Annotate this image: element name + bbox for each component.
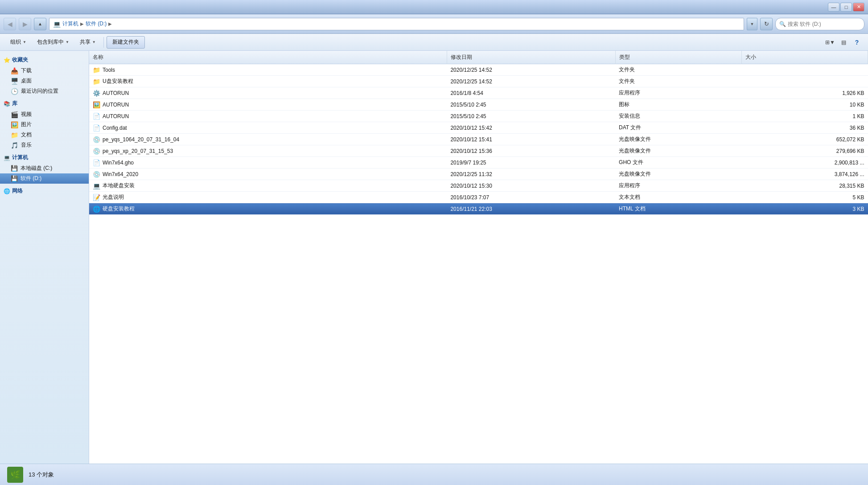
address-bar: ◀ ▶ ▲ 💻 计算机 ▶ 软件 (D:) ▶ ▼ ↻ 🔍 bbox=[0, 14, 868, 34]
sidebar-header-library[interactable]: 📚 库 bbox=[0, 98, 89, 109]
file-type-cell: 应用程序 bbox=[615, 180, 741, 192]
forward-button[interactable]: ▶ bbox=[19, 18, 31, 30]
table-row[interactable]: 📄Config.dat2020/10/12 15:42DAT 文件36 KB bbox=[89, 122, 868, 134]
sidebar-desktop-label: 桌面 bbox=[21, 77, 32, 85]
sidebar-item-video[interactable]: 🎬 视频 bbox=[0, 109, 89, 119]
file-size-cell: 2,900,813 ... bbox=[741, 157, 868, 169]
table-row[interactable]: 🖼️AUTORUN2015/5/10 2:45图标10 KB bbox=[89, 99, 868, 111]
sidebar-item-desktop[interactable]: 🖥️ 桌面 bbox=[0, 76, 89, 86]
sidebar-music-label: 音乐 bbox=[21, 141, 32, 149]
file-name: U盘安装教程 bbox=[103, 78, 133, 85]
sidebar-item-pictures[interactable]: 🖼️ 图片 bbox=[0, 119, 89, 130]
sidebar-header-network[interactable]: 🌐 网络 bbox=[0, 185, 89, 197]
organize-button[interactable]: 组织 ▼ bbox=[5, 36, 31, 49]
table-row[interactable]: 💿Win7x64_20202020/12/25 11:32光盘映像文件3,874… bbox=[89, 169, 868, 180]
file-type-cell: 安装信息 bbox=[615, 111, 741, 122]
table-row[interactable]: 💿pe_yqs_xp_20_07_31_15_532020/10/12 15:3… bbox=[89, 145, 868, 157]
sidebar-item-recent[interactable]: 🕒 最近访问的位置 bbox=[0, 86, 89, 96]
file-name-cell: 💿pe_yqs_1064_20_07_31_16_04 bbox=[89, 134, 447, 145]
close-button[interactable]: ✕ bbox=[853, 3, 864, 12]
file-name: Win7x64.gho bbox=[103, 160, 134, 166]
address-path: 💻 计算机 ▶ 软件 (D:) ▶ bbox=[49, 18, 744, 30]
file-size-cell: 3,874,126 ... bbox=[741, 169, 868, 180]
file-name-cell: ⚙️AUTORUN bbox=[89, 87, 447, 99]
up-button[interactable]: ▲ bbox=[34, 18, 46, 30]
new-folder-button[interactable]: 新建文件夹 bbox=[107, 36, 145, 49]
file-icon: 🖼️ bbox=[93, 101, 100, 108]
file-name: pe_yqs_xp_20_07_31_15_53 bbox=[103, 148, 173, 154]
file-type-cell: HTML 文档 bbox=[615, 203, 741, 215]
path-drive[interactable]: 软件 (D:) bbox=[86, 20, 107, 28]
sidebar-header-computer[interactable]: 💻 计算机 bbox=[0, 152, 89, 163]
table-row[interactable]: 💻本地硬盘安装2020/10/12 15:30应用程序28,315 KB bbox=[89, 180, 868, 192]
add-to-library-arrow: ▼ bbox=[66, 40, 69, 44]
sidebar-item-music[interactable]: 🎵 音乐 bbox=[0, 140, 89, 150]
table-row[interactable]: ⚙️AUTORUN2016/1/8 4:54应用程序1,926 KB bbox=[89, 87, 868, 99]
table-row[interactable]: 📁Tools2020/12/25 14:52文件夹 bbox=[89, 64, 868, 76]
back-button[interactable]: ◀ bbox=[4, 18, 16, 30]
file-icon: 🌐 bbox=[93, 206, 100, 213]
sidebar-section-computer: 💻 计算机 💾 本地磁盘 (C:) 💾 软件 (D:) bbox=[0, 152, 89, 184]
col-header-modified[interactable]: 修改日期 bbox=[447, 51, 615, 64]
content-area: 名称 修改日期 类型 大小 📁Tools2020/12/25 14:52文件夹📁… bbox=[89, 51, 868, 464]
file-date-cell: 2016/10/23 7:07 bbox=[447, 192, 615, 203]
file-date-cell: 2020/12/25 14:52 bbox=[447, 76, 615, 87]
address-dropdown-button[interactable]: ▼ bbox=[747, 18, 757, 30]
file-type-cell: 光盘映像文件 bbox=[615, 169, 741, 180]
refresh-button[interactable]: ↻ bbox=[760, 18, 773, 30]
file-icon: 📄 bbox=[93, 113, 100, 120]
toolbar-right: ⊞▼ ▤ ? bbox=[824, 37, 863, 48]
table-row[interactable]: 📁U盘安装教程2020/12/25 14:52文件夹 bbox=[89, 76, 868, 87]
network-label: 网络 bbox=[12, 187, 23, 195]
add-to-library-button[interactable]: 包含到库中 ▼ bbox=[32, 36, 74, 49]
table-row[interactable]: 📄Win7x64.gho2019/9/7 19:25GHO 文件2,900,81… bbox=[89, 157, 868, 169]
network-icon: 🌐 bbox=[4, 188, 10, 194]
col-header-size[interactable]: 大小 bbox=[741, 51, 868, 64]
status-bar: 🌿 13 个对象 bbox=[0, 464, 868, 485]
file-size-cell: 1,926 KB bbox=[741, 87, 868, 99]
file-name-cell: 📝光盘说明 bbox=[89, 192, 447, 203]
file-icon: 💿 bbox=[93, 171, 100, 178]
file-name-cell: 💿pe_yqs_xp_20_07_31_15_53 bbox=[89, 145, 447, 157]
help-button[interactable]: ? bbox=[851, 37, 863, 48]
share-button[interactable]: 共享 ▼ bbox=[75, 36, 101, 49]
view-options-button[interactable]: ⊞▼ bbox=[824, 37, 836, 48]
table-row[interactable]: 🌐硬盘安装教程2016/11/21 22:03HTML 文档3 KB bbox=[89, 203, 868, 215]
table-row[interactable]: 💿pe_yqs_1064_20_07_31_16_042020/10/12 15… bbox=[89, 134, 868, 145]
file-name-cell: 📄AUTORUN bbox=[89, 111, 447, 122]
col-header-name[interactable]: 名称 bbox=[89, 51, 447, 64]
file-icon: 💿 bbox=[93, 148, 100, 155]
sidebar-item-documents[interactable]: 📁 文档 bbox=[0, 130, 89, 140]
file-name-cell: 📁Tools bbox=[89, 64, 447, 76]
organize-arrow: ▼ bbox=[23, 40, 26, 44]
file-name-cell: 💻本地硬盘安装 bbox=[89, 180, 447, 192]
file-name: Tools bbox=[103, 67, 115, 73]
library-label: 库 bbox=[12, 100, 17, 107]
file-date-cell: 2019/9/7 19:25 bbox=[447, 157, 615, 169]
file-date-cell: 2015/5/10 2:45 bbox=[447, 99, 615, 111]
sidebar-item-drive-d[interactable]: 💾 软件 (D:) bbox=[0, 173, 89, 184]
sidebar-item-drive-c[interactable]: 💾 本地磁盘 (C:) bbox=[0, 163, 89, 173]
desktop-icon: 🖥️ bbox=[11, 78, 18, 85]
file-name: AUTORUN bbox=[103, 113, 129, 119]
download-icon: 📥 bbox=[11, 67, 18, 74]
music-icon: 🎵 bbox=[11, 142, 18, 149]
minimize-button[interactable]: — bbox=[828, 3, 839, 12]
file-type-cell: 应用程序 bbox=[615, 87, 741, 99]
file-type-cell: 光盘映像文件 bbox=[615, 134, 741, 145]
sidebar-header-favorites[interactable]: ⭐ 收藏夹 bbox=[0, 54, 89, 66]
file-size-cell bbox=[741, 76, 868, 87]
sidebar-recent-label: 最近访问的位置 bbox=[21, 87, 58, 95]
col-header-type[interactable]: 类型 bbox=[615, 51, 741, 64]
file-name: Config.dat bbox=[103, 125, 127, 131]
maximize-button[interactable]: □ bbox=[840, 3, 852, 12]
table-row[interactable]: 📝光盘说明2016/10/23 7:07文本文档5 KB bbox=[89, 192, 868, 203]
file-icon: 📄 bbox=[93, 159, 100, 166]
path-computer[interactable]: 计算机 bbox=[62, 20, 78, 28]
preview-pane-button[interactable]: ▤ bbox=[838, 37, 849, 48]
table-row[interactable]: 📄AUTORUN2015/5/10 2:45安装信息1 KB bbox=[89, 111, 868, 122]
status-count: 13 个对象 bbox=[29, 471, 54, 479]
search-input[interactable] bbox=[788, 21, 860, 27]
computer-label: 计算机 bbox=[12, 154, 28, 161]
sidebar-item-download[interactable]: 📥 下载 bbox=[0, 66, 89, 76]
